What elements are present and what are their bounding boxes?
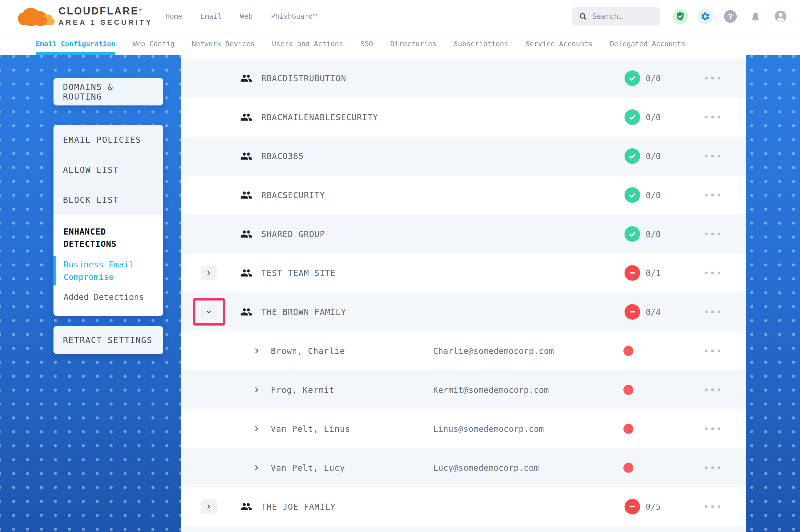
status-check-icon: [624, 187, 640, 203]
group-icon: [240, 111, 252, 123]
row-actions-button[interactable]: [705, 233, 720, 235]
status-minus-icon: [624, 265, 640, 281]
notifications-button[interactable]: [748, 8, 763, 24]
nav-email[interactable]: Email: [201, 12, 221, 20]
status-minus-icon: [624, 499, 640, 514]
group-icon: [240, 306, 252, 318]
member-count: 0/0: [646, 112, 661, 122]
table-row-member: Frog, Kermit Kermit@somedemocorp.com: [181, 370, 746, 409]
tab-users-and-actions[interactable]: Users and Actions: [272, 33, 343, 55]
registered-mark: ®: [139, 7, 143, 12]
sidebar-item-business-email-compromise[interactable]: Business Email Compromise: [63, 258, 147, 283]
enhanced-detections-section: ENHANCED DETECTIONS Business Email Compr…: [54, 215, 163, 316]
tab-delegated-accounts[interactable]: Delegated Accounts: [610, 33, 685, 55]
row-actions-button[interactable]: [705, 116, 720, 118]
table-row-group: THE BROWN FAMILY 0/4: [181, 292, 746, 331]
status-dot: [623, 346, 633, 356]
group-icon: [240, 267, 252, 279]
group-icon: [240, 150, 252, 162]
nav-home[interactable]: Home: [165, 12, 182, 20]
cloudflare-logo[interactable]: CLOUDFLARE® AREA 1 SECURITY: [18, 5, 153, 27]
sidebar-item-block-list[interactable]: BLOCK LIST: [54, 185, 163, 215]
nav-phishguard[interactable]: PhishGuard™: [271, 12, 317, 20]
sidebar-card-policies: EMAIL POLICIES ALLOW LIST BLOCK LIST ENH…: [54, 125, 163, 316]
search-input[interactable]: Search…: [572, 7, 660, 25]
row-actions-button[interactable]: [705, 271, 720, 274]
member-name: Van Pelt, Linus: [271, 424, 350, 434]
gear-icon: [700, 12, 710, 21]
chevron-right-icon[interactable]: [253, 464, 260, 471]
member-email: Linus@somedemocorp.com: [433, 424, 544, 434]
member-count: 0/0: [646, 190, 661, 200]
row-actions-button[interactable]: [705, 155, 720, 157]
domains-routing-label: DOMAINS & ROUTING: [63, 82, 154, 101]
group-icon: [240, 189, 252, 201]
protection-shield-button[interactable]: [672, 8, 688, 24]
row-actions-button[interactable]: [705, 310, 720, 313]
tab-email-configuration[interactable]: Email Configuration: [36, 33, 115, 55]
sidebar-card-domains-routing[interactable]: DOMAINS & ROUTING: [54, 78, 163, 106]
group-name: THE BROWN FAMILY: [261, 307, 346, 317]
chevron-right-icon[interactable]: [253, 347, 260, 355]
expand-toggle-button[interactable]: [201, 499, 217, 514]
cloudflare-cloud-icon: [18, 7, 55, 27]
row-actions-button[interactable]: [705, 505, 720, 508]
expand-toggle-button[interactable]: [201, 265, 217, 281]
group-name: RBACO365: [261, 151, 304, 161]
help-button[interactable]: ?: [723, 8, 738, 24]
groups-table: RBACDISTRUBUTION 0/0 RBACMAILENABLESECUR…: [181, 55, 746, 532]
status-dot: [623, 385, 633, 395]
search-placeholder: Search…: [592, 12, 623, 21]
member-name: Frog, Kermit: [271, 385, 334, 395]
user-avatar-icon: [774, 10, 787, 23]
sidebar-item-email-policies[interactable]: EMAIL POLICIES: [54, 125, 163, 155]
settings-button[interactable]: [697, 8, 713, 24]
expand-toggle-button[interactable]: [201, 304, 217, 319]
row-actions-button[interactable]: [705, 349, 720, 352]
primary-nav: Home Email Web PhishGuard™: [165, 12, 317, 20]
member-count: 0/4: [646, 307, 661, 317]
search-icon: [579, 12, 587, 21]
row-actions-button[interactable]: [705, 77, 720, 80]
group-name: TEST TEAM SITE: [261, 268, 336, 278]
member-count: 0/0: [646, 151, 661, 161]
row-actions-button[interactable]: [705, 194, 720, 196]
chevron-right-icon[interactable]: [253, 386, 260, 394]
table-row-group: THE JOE FAMILY 0/5: [181, 487, 746, 526]
content-stage: DOMAINS & ROUTING EMAIL POLICIES ALLOW L…: [0, 55, 800, 532]
member-count: 0/5: [646, 502, 661, 512]
group-icon: [240, 72, 252, 84]
next-row-partial: [181, 526, 746, 532]
tab-directories[interactable]: Directories: [390, 33, 436, 55]
top-header: CLOUDFLARE® AREA 1 SECURITY Home Email W…: [0, 0, 800, 33]
member-count: 0/0: [646, 229, 661, 239]
chevron-right-icon[interactable]: [253, 425, 260, 432]
sidebar-card-retract-settings[interactable]: RETRACT SETTINGS: [54, 326, 163, 354]
row-actions-button[interactable]: [705, 466, 720, 469]
status-check-icon: [624, 70, 640, 86]
member-email: Charlie@somedemocorp.com: [433, 346, 554, 356]
chevron-right-icon: [205, 270, 212, 276]
bell-icon: [750, 11, 761, 22]
chevron-down-icon: [205, 309, 212, 315]
status-dot: [623, 424, 633, 434]
status-check-icon: [624, 148, 640, 164]
tab-sso[interactable]: SSO: [361, 33, 373, 55]
tab-subscriptions[interactable]: Subscriptions: [454, 33, 508, 55]
row-actions-button[interactable]: [705, 428, 720, 430]
group-icon: [240, 228, 252, 240]
row-actions-button[interactable]: [705, 388, 720, 391]
tab-network-devices[interactable]: Network Devices: [192, 33, 255, 55]
account-button[interactable]: [773, 8, 788, 24]
sidebar-item-allow-list[interactable]: ALLOW LIST: [54, 155, 163, 185]
group-name: RBACSECURITY: [261, 190, 325, 200]
tab-web-config[interactable]: Web Config: [132, 33, 175, 55]
table-row-group: RBACSECURITY 0/0: [181, 175, 746, 214]
nav-web[interactable]: Web: [240, 12, 253, 20]
table-row-group: SHARED_GROUP 0/0: [181, 214, 746, 253]
brand-subtitle: AREA 1 SECURITY: [58, 18, 153, 27]
tab-service-accounts[interactable]: Service Accounts: [526, 33, 593, 55]
sidebar-item-added-detections[interactable]: Added Detections: [63, 292, 153, 302]
enhanced-detections-title: ENHANCED DETECTIONS: [63, 226, 147, 250]
status-dot: [623, 463, 633, 473]
